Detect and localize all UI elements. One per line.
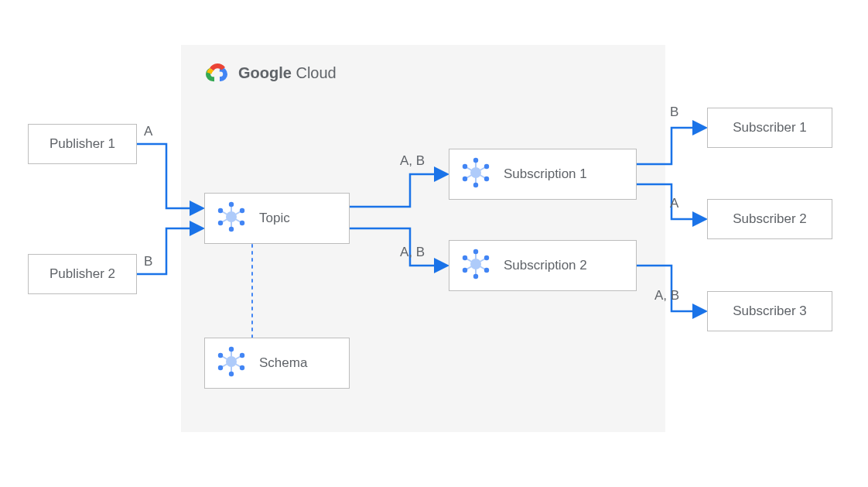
pubsub-icon — [216, 346, 247, 380]
publisher-1-label: Publisher 1 — [50, 136, 115, 152]
edge-label-r2: A — [670, 196, 678, 211]
edge-label-p1: A — [144, 124, 152, 139]
publisher-2-box: Publisher 2 — [28, 254, 137, 294]
pubsub-icon — [460, 249, 491, 283]
edge-label-r3: A, B — [654, 288, 679, 304]
subscription-2-label: Subscription 2 — [504, 258, 587, 273]
google-cloud-brand: Google Cloud — [203, 60, 337, 85]
diagram-canvas: Google Cloud — [0, 0, 868, 487]
pubsub-icon — [216, 201, 247, 235]
topic-label: Topic — [259, 211, 290, 226]
edge-label-sub2: A, B — [400, 245, 425, 260]
subscription-1-box: Subscription 1 — [449, 149, 637, 200]
subscriber-3-label: Subscriber 3 — [733, 304, 806, 319]
topic-box: Topic — [204, 193, 350, 244]
subscriber-2-label: Subscriber 2 — [733, 211, 806, 227]
subscriber-1-label: Subscriber 1 — [733, 120, 806, 135]
publisher-2-label: Publisher 2 — [50, 266, 115, 282]
edge-label-sub1: A, B — [400, 153, 425, 169]
subscriber-1-box: Subscriber 1 — [707, 108, 832, 148]
subscription-2-box: Subscription 2 — [449, 240, 637, 291]
subscription-1-label: Subscription 1 — [504, 166, 587, 182]
edge-label-r1: B — [670, 105, 678, 120]
edge-label-p2: B — [144, 254, 152, 269]
schema-label: Schema — [259, 355, 307, 371]
pubsub-icon — [460, 157, 491, 191]
publisher-1-box: Publisher 1 — [28, 124, 137, 164]
google-cloud-logo-icon — [203, 60, 231, 85]
subscriber-2-box: Subscriber 2 — [707, 199, 832, 239]
google-cloud-brand-text: Google Cloud — [238, 64, 337, 82]
subscriber-3-box: Subscriber 3 — [707, 291, 832, 331]
schema-box: Schema — [204, 338, 350, 389]
